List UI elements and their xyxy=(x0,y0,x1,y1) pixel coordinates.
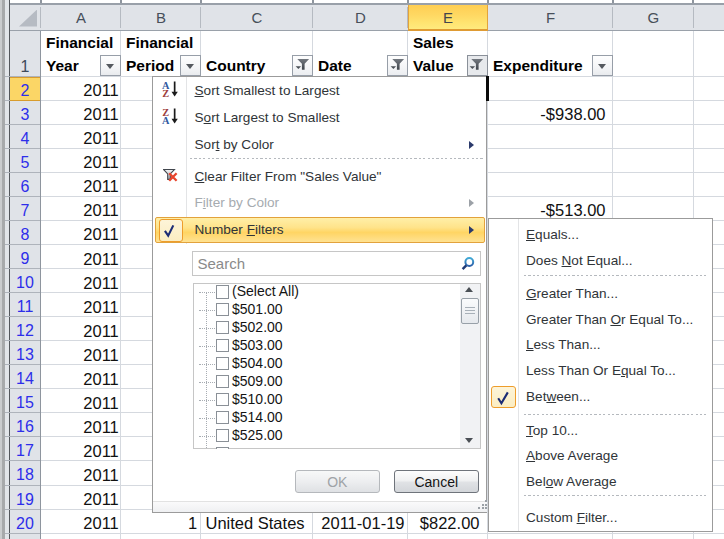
svg-text:Z: Z xyxy=(162,88,169,98)
svg-text:A: A xyxy=(162,115,170,125)
